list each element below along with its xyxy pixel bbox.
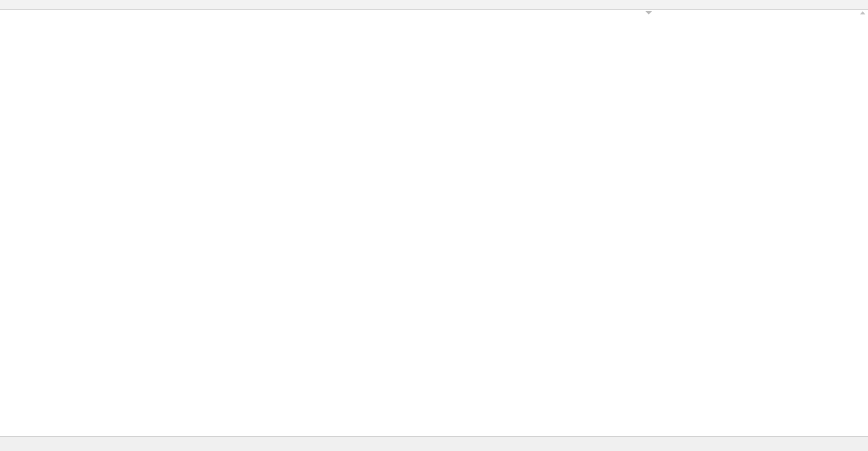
- timeframe-toolbar: [0, 0, 868, 10]
- tab-scroll-arrows: [855, 437, 864, 451]
- mt4-application-window: [0, 0, 868, 451]
- chart-tab-bar: [0, 436, 868, 451]
- price-chart-canvas[interactable]: [0, 0, 868, 451]
